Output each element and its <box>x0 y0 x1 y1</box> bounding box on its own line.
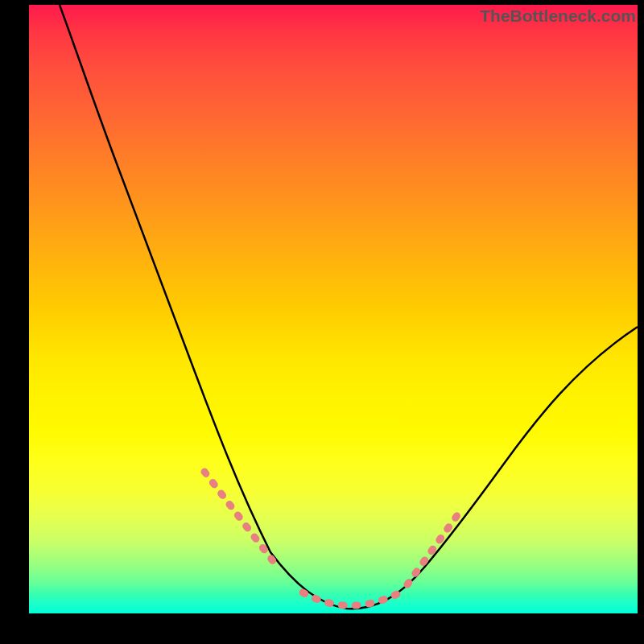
highlight-dots-right <box>407 512 460 584</box>
watermark-text: TheBottleneck.com <box>480 6 636 26</box>
bottleneck-curve-svg <box>29 5 638 613</box>
curve-path <box>60 5 638 609</box>
highlight-dots-left <box>204 472 279 568</box>
chart-gradient-background <box>29 5 638 613</box>
highlight-dots-bottom <box>303 591 403 605</box>
